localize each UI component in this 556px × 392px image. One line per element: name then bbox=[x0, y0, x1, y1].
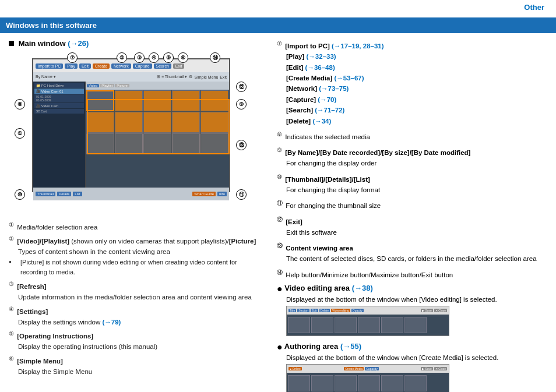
tab-video: Video bbox=[87, 84, 99, 87]
view-options: ⊞ ≡ Thumbnail ▾ bbox=[157, 75, 187, 79]
tb-edit: Edit bbox=[79, 63, 91, 69]
sidebar-item4: SD Card bbox=[34, 109, 84, 114]
authoring-screenshot: ● Online Create Media Capacity ▶ Save ✕ … bbox=[286, 364, 449, 392]
main-window-screenshot: Import to PC Play Edit Create Network Ca… bbox=[32, 58, 230, 192]
right-column: ⑦ [Import to PC] (→17–19, 28–31) [Play] … bbox=[277, 39, 547, 392]
thumb-9 bbox=[172, 112, 200, 133]
annotation-7: ⑦ bbox=[67, 52, 78, 63]
bottom-btn5: Info bbox=[217, 192, 227, 196]
thumb-4 bbox=[172, 90, 200, 111]
mini-btn-title: Title bbox=[288, 309, 296, 312]
mini-video-toolbar: Title Section Edit Delete Video editing … bbox=[287, 306, 449, 315]
annotation-4: ④ bbox=[149, 52, 159, 63]
screenshot-toolbar: Import to PC Play Edit Create Network Ca… bbox=[33, 59, 229, 72]
annotation-5: ⑤ bbox=[163, 52, 174, 63]
mini-thumb-2 bbox=[311, 317, 333, 333]
screenshot-bottom-bar: Thumbnail Details List Smart Guide Info bbox=[33, 188, 229, 200]
thumb-3 bbox=[143, 90, 171, 111]
tb-exit: Exit bbox=[173, 63, 185, 69]
bottom-btn4: Smart Guide bbox=[192, 192, 216, 196]
annotation-6: ⑥ bbox=[178, 52, 188, 63]
main-window-title: Main window (→26) bbox=[9, 39, 265, 48]
mini-auth-btn-capacity: Capacity bbox=[365, 367, 378, 370]
tb-network: Network bbox=[111, 63, 131, 69]
thumb-1 bbox=[86, 90, 114, 111]
mini-btn-opacity: Opacity bbox=[351, 309, 364, 312]
screenshot-content-area bbox=[86, 90, 229, 188]
mini-auth-thumb-3 bbox=[335, 375, 357, 391]
tb-play: Play bbox=[65, 63, 78, 69]
mini-thumb-6 bbox=[404, 317, 427, 333]
screenshot-sidebar: 📁 PC Hard Drive 🎥 Video Cam 01 01-01-200… bbox=[33, 82, 86, 188]
config-icon: ⚙ bbox=[189, 75, 192, 79]
video-editing-screenshot: Title Section Edit Delete Video editing … bbox=[286, 306, 449, 336]
tab-picture: Picture bbox=[115, 84, 129, 87]
mini-thumb-5 bbox=[381, 317, 403, 333]
sidebar-item2: 01-01-200901-05-2009 bbox=[34, 94, 84, 103]
right-desc-11: ⑪ For changing the thumbnail size bbox=[277, 199, 547, 211]
left-descriptions: ① Media/folder selection area ② [Video]/… bbox=[9, 220, 265, 377]
mini-btn-save: ▶ Save bbox=[421, 309, 433, 312]
desc-item-3: ③ [Refresh] Update information in the me… bbox=[9, 280, 265, 303]
mini-authoring-body bbox=[287, 373, 449, 392]
mini-btn-edit: Edit bbox=[311, 309, 318, 312]
annotation-12: ⑫ bbox=[236, 82, 247, 92]
tb-create: Create bbox=[93, 63, 110, 69]
thumb-12 bbox=[115, 133, 143, 154]
square-bullet-icon bbox=[9, 41, 14, 46]
desc-item-4: ④ [Settings] Display the settings window… bbox=[9, 305, 265, 328]
annotation-8: ⑧ bbox=[15, 99, 25, 110]
mini-btn-close: ✕ Close bbox=[434, 309, 447, 312]
bottom-btn3: List bbox=[73, 192, 82, 196]
category-label: Other bbox=[524, 3, 544, 12]
right-desc-12: ⑫ [Exit] Exit this software bbox=[277, 215, 547, 238]
sidebar-selected: 🎥 Video Cam 01 bbox=[34, 89, 84, 94]
annotation-2: ② bbox=[117, 52, 127, 63]
right-desc-14: ⑭ Help button/Minimize button/Maximize b… bbox=[277, 268, 547, 280]
tb-search: Search bbox=[154, 63, 171, 69]
right-desc-9: ⑨ [By Name]/[By Date recorded]/[By size]… bbox=[277, 146, 547, 169]
mini-video-body bbox=[287, 315, 449, 336]
annotation-13: ⑬ bbox=[236, 140, 247, 150]
mini-btn-videoediting: Video editing bbox=[331, 309, 350, 312]
main-window-screenshot-container: Import to PC Play Edit Create Network Ca… bbox=[9, 52, 259, 216]
annotation-10: ⑩ bbox=[15, 189, 25, 200]
video-bullet-icon: ● bbox=[277, 284, 283, 294]
right-desc-10: ⑩ [Thumbnail]/[Details]/[List] For chang… bbox=[277, 172, 547, 196]
mini-auth-thumb-2 bbox=[311, 375, 333, 391]
video-editing-section: ● Video editing area (→38) Displayed at … bbox=[277, 284, 547, 336]
thumb-5 bbox=[200, 90, 228, 111]
thumb-15 bbox=[200, 133, 228, 154]
right-desc-8: ⑧ Indicates the selected media bbox=[277, 130, 547, 142]
exit-option: Exit bbox=[220, 75, 227, 79]
desc-item-5: ⑤ [Operating Instructions] Display the o… bbox=[9, 329, 265, 352]
authoring-bullet-icon: ● bbox=[277, 342, 283, 352]
thumb-7 bbox=[115, 112, 143, 133]
authoring-section: ● Authoring area (→55) Displayed at the … bbox=[277, 342, 547, 392]
thumb-14 bbox=[172, 133, 200, 154]
desc-item-2-sub: [Picture] is not shown during video edit… bbox=[9, 257, 265, 278]
annotation-9: ⑨ bbox=[236, 99, 247, 110]
sidebar-item3: 🎥 Video Cam bbox=[34, 103, 84, 108]
bottom-btn2: Details bbox=[57, 192, 71, 196]
desc-item-2: ② [Video]/[Playlist] (shown only on vide… bbox=[9, 234, 265, 278]
thumb-6 bbox=[86, 112, 114, 133]
left-column: Main window (→26) Import to PC Play Edit… bbox=[9, 39, 265, 392]
screenshot-body: 📁 PC Hard Drive 🎥 Video Cam 01 01-01-200… bbox=[33, 82, 229, 188]
desc-item-6: ⑥ [Simple Menu] Display the Simple Menu bbox=[9, 354, 265, 377]
thumb-2 bbox=[115, 90, 143, 111]
mini-auth-btn-discs: ● Online bbox=[288, 367, 302, 370]
simple-menu-option: Simple Menu bbox=[194, 75, 218, 79]
mini-btn-delete: Delete bbox=[319, 309, 330, 312]
right-desc-7: ⑦ [Import to PC] (→17–19, 28–31) [Play] … bbox=[277, 39, 547, 126]
mini-auth-thumb-6 bbox=[404, 375, 427, 391]
tb-capture: Capture bbox=[133, 63, 152, 69]
tab-playlist: Playlist bbox=[100, 84, 114, 87]
right-desc-13: ⑬ Content viewing area The content of se… bbox=[277, 241, 547, 264]
mini-auth-btn-create: Create Media bbox=[344, 367, 364, 370]
thumb-10 bbox=[200, 112, 228, 133]
thumb-11 bbox=[86, 133, 114, 154]
sub-items-7: [Play] (→32–33) [Edit] (→36–48) [Create … bbox=[277, 51, 547, 126]
sort-options: By Name ▾ bbox=[36, 75, 56, 79]
mini-auth-btn-save: ▶ Save bbox=[421, 367, 433, 370]
